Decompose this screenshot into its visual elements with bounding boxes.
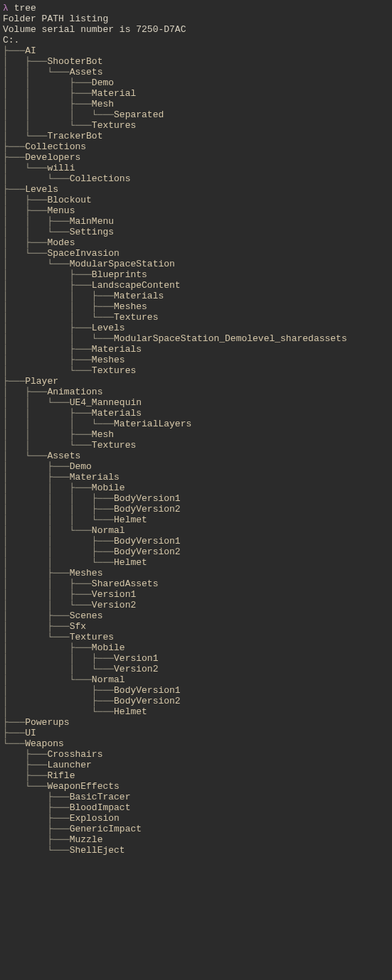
tree-folder-name: Helmet: [114, 706, 147, 717]
tree-prefix: ├───: [3, 184, 25, 195]
tree-folder-name: Assets: [47, 451, 80, 461]
tree-folder-name: Powerups: [25, 717, 69, 728]
tree-folder-name: Collections: [25, 141, 86, 152]
tree-folder-name: Material: [92, 88, 136, 99]
tree-folder-name: Textures: [92, 365, 136, 376]
tree-folder-name: BloodImpact: [70, 802, 131, 813]
tree-folder-name: Helmet: [114, 557, 147, 568]
tree-folder-name: Textures: [92, 120, 136, 131]
tree-prefix: ├───: [3, 152, 25, 163]
tree-prefix: │ │ ├───: [3, 216, 70, 227]
tree-folder-name: UI: [25, 728, 36, 738]
tree-folder-name: Menus: [47, 205, 75, 216]
tree-prefix: │ └───: [3, 259, 70, 269]
tree-folder-name: Mobile: [92, 642, 125, 653]
tree-prefix: │ │ ├───: [3, 301, 114, 312]
tree-folder-name: Sfx: [70, 621, 86, 632]
tree-prefix: │ │ ├───: [3, 578, 92, 589]
tree-folder-name: Animations: [47, 387, 102, 397]
tree-folder-name: Normal: [92, 525, 125, 536]
tree-prefix: │ ├───: [3, 323, 92, 333]
tree-prefix: ├───: [3, 802, 70, 813]
tree-prefix: └───: [3, 738, 25, 749]
tree-prefix: │ │ └───: [3, 600, 92, 610]
tree-prefix: │ │ └───: [3, 557, 114, 568]
tree-folder-name: Explosion: [70, 813, 120, 824]
tree-prefix: │ ├───: [3, 205, 47, 216]
tree-folder-name: ShellEject: [70, 845, 125, 856]
tree-folder-name: Meshes: [92, 355, 125, 365]
tree-folder-name: UE4_Mannequin: [70, 397, 142, 408]
tree-folder-name: AI: [25, 45, 36, 56]
tree-folder-name: MainMenu: [70, 216, 114, 227]
tree-prefix: │ │ └───: [3, 525, 92, 536]
tree-prefix: ├───: [3, 813, 70, 824]
tree-folder-name: Player: [25, 376, 58, 387]
tree-prefix: │ ├───: [3, 280, 92, 291]
tree-folder-name: Assets: [70, 67, 103, 77]
tree-prefix: │ ├───: [3, 237, 47, 248]
tree-folder-name: BasicTracer: [70, 792, 131, 802]
tree-folder-name: Demo: [70, 461, 92, 472]
prompt-command: tree: [14, 3, 36, 14]
tree-prefix: │ └───: [3, 674, 92, 685]
tree-folder-name: Mesh: [92, 99, 114, 109]
tree-prefix: │ │ ├───: [3, 536, 114, 546]
tree-prefix: │ │ └───: [3, 664, 114, 674]
tree-folder-name: Helmet: [114, 515, 147, 525]
tree-folder-name: Materials: [92, 408, 142, 419]
tree-prefix: │ │ │ └───: [3, 419, 114, 429]
tree-folder-name: Materials: [70, 472, 120, 483]
tree-folder-name: Collections: [70, 173, 131, 184]
tree-folder-name: BodyVersion2: [114, 696, 181, 706]
tree-prefix: └───: [3, 845, 70, 856]
tree-folder-name: Meshes: [114, 301, 147, 312]
tree-folder-name: Levels: [92, 323, 125, 333]
tree-folder-name: TrackerBot: [47, 131, 102, 141]
tree-prefix: │ ├───: [3, 696, 114, 706]
tree-folder-name: Modes: [47, 237, 75, 248]
tree-folder-name: Demo: [92, 77, 114, 88]
tree-folder-name: Developers: [25, 152, 80, 163]
tree-prefix: │ │ ├───: [3, 546, 114, 557]
tree-folder-name: Textures: [92, 440, 136, 451]
tree-prefix: ├───: [3, 792, 70, 802]
tree-prefix: │ ├───: [3, 387, 47, 397]
tree-prefix: │ │ └───: [3, 227, 70, 237]
tree-prefix: │ └───: [3, 632, 70, 642]
tree-prefix: ├───: [3, 834, 70, 845]
tree-folder-name: Blockout: [47, 195, 91, 205]
tree-folder-name: Version1: [92, 589, 136, 600]
tree-folder-name: Muzzle: [70, 834, 103, 845]
tree-prefix: │ │ ├───: [3, 77, 92, 88]
tree-prefix: ├───: [3, 376, 25, 387]
tree-body: ├───AI │ ├───ShooterBot │ │ └───Assets │…: [3, 45, 389, 856]
tree-folder-name: Separated: [114, 109, 164, 120]
tree-prefix: │ │ ├───: [3, 653, 114, 664]
tree-prefix: │ ├───: [3, 685, 114, 696]
tree-folder-name: WeaponEffects: [47, 781, 119, 792]
tree-folder-name: Rifle: [47, 770, 75, 781]
tree-folder-name: Settings: [70, 227, 114, 237]
tree-prefix: │ │ ├───: [3, 483, 92, 493]
tree-prefix: ├───: [3, 824, 70, 834]
tree-prefix: │ ├───: [3, 56, 47, 67]
tree-prefix: │ └───: [3, 248, 47, 259]
tree-folder-name: Meshes: [70, 568, 103, 578]
tree-prefix: │ ├───: [3, 642, 92, 653]
tree-folder-name: Textures: [70, 632, 114, 642]
tree-prefix: │ │ │ └───: [3, 109, 114, 120]
tree-folder-name: Version2: [114, 664, 158, 674]
tree-prefix: │ ├───: [3, 610, 70, 621]
tree-folder-name: BodyVersion1: [114, 536, 181, 546]
tree-prefix: │ └───: [3, 131, 47, 141]
tree-prefix: │ └───: [3, 451, 47, 461]
header-line-1: Folder PATH listing: [3, 14, 108, 24]
tree-folder-name: BodyVersion2: [114, 504, 181, 515]
tree-prefix: ├───: [3, 760, 47, 770]
tree-prefix: │ ├───: [3, 355, 92, 365]
tree-prefix: │ │ │ ├───: [3, 493, 114, 504]
tree-folder-name: Mesh: [92, 429, 114, 440]
tree-prefix: ├───: [3, 770, 47, 781]
tree-folder-name: LandscapeContent: [92, 280, 181, 291]
